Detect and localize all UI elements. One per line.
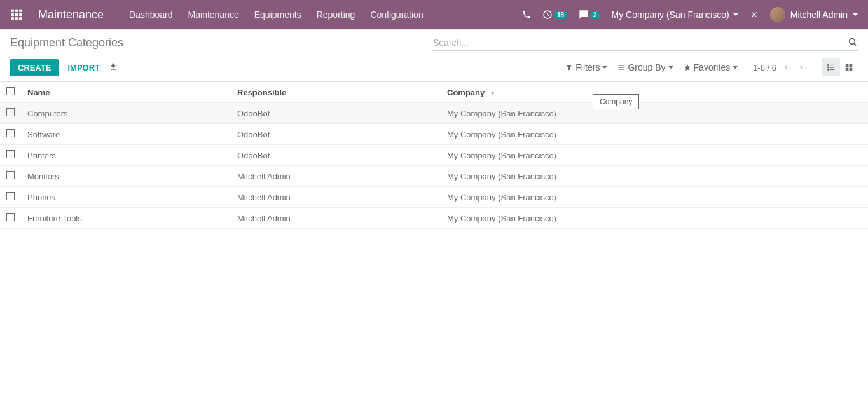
avatar	[770, 7, 785, 22]
nav-menu: Dashboard Maintenance Equipments Reporti…	[129, 10, 424, 20]
svg-rect-3	[11, 13, 14, 16]
svg-rect-2	[19, 10, 22, 12]
svg-rect-6	[11, 17, 14, 20]
list-view-button[interactable]	[822, 58, 840, 76]
row-checkbox[interactable]	[6, 192, 15, 200]
cell-responsible: OdooBot	[231, 103, 441, 124]
activity-badge: 18	[554, 11, 567, 19]
row-checkbox[interactable]	[6, 171, 15, 179]
nav-right: 18 2 My Company (San Francisco) Mitchell…	[522, 7, 858, 22]
cell-name: Software	[21, 124, 231, 145]
svg-rect-5	[19, 13, 22, 16]
discuss-icon[interactable]: 2	[579, 10, 600, 20]
cell-responsible: OdooBot	[231, 124, 441, 145]
nav-item-configuration[interactable]: Configuration	[370, 10, 423, 20]
table-header-row: Name Responsible Company ▼	[0, 82, 868, 103]
svg-rect-0	[11, 10, 14, 12]
caret-down-icon	[853, 13, 858, 16]
pager-prev[interactable]	[780, 60, 792, 75]
caret-down-icon	[668, 66, 673, 69]
cell-responsible: Mitchell Admin	[231, 166, 441, 187]
phone-icon[interactable]	[522, 10, 531, 19]
row-checkbox[interactable]	[6, 129, 15, 137]
svg-rect-1	[15, 10, 18, 12]
search-icon[interactable]	[848, 37, 858, 49]
svg-rect-21	[846, 64, 849, 67]
svg-point-20	[827, 69, 829, 71]
svg-rect-22	[850, 64, 853, 67]
column-header-responsible[interactable]: Responsible	[231, 82, 441, 103]
column-tooltip: Company	[593, 94, 639, 109]
caret-down-icon	[733, 66, 738, 69]
favorites-label: Favorites	[694, 62, 731, 72]
table-row[interactable]: Furniture ToolsMitchell AdminMy Company …	[0, 208, 868, 229]
import-button[interactable]: IMPORT	[67, 63, 100, 72]
cell-responsible: OdooBot	[231, 145, 441, 166]
nav-item-maintenance[interactable]: Maintenance	[188, 10, 239, 20]
download-icon[interactable]	[109, 62, 118, 73]
user-menu[interactable]: Mitchell Admin	[770, 7, 858, 22]
nav-item-dashboard[interactable]: Dashboard	[129, 10, 173, 20]
user-name: Mitchell Admin	[790, 10, 848, 20]
kanban-view-button[interactable]	[840, 58, 858, 76]
cell-company: My Company (San Francisco)	[441, 103, 868, 124]
favorites-button[interactable]: Favorites	[684, 62, 738, 72]
pager-value[interactable]: 1-6 / 6	[753, 63, 776, 72]
cell-responsible: Mitchell Admin	[231, 208, 441, 229]
svg-point-10	[850, 38, 855, 44]
cell-company: My Company (San Francisco)	[441, 124, 868, 145]
filters-button[interactable]: Filters	[565, 62, 607, 72]
svg-point-18	[827, 65, 829, 66]
cell-company: My Company (San Francisco)	[441, 145, 868, 166]
row-checkbox[interactable]	[6, 213, 15, 221]
debug-icon[interactable]	[750, 10, 759, 19]
cell-responsible: Mitchell Admin	[231, 187, 441, 208]
cell-company: My Company (San Francisco)	[441, 208, 868, 229]
control-panel: Equipment Categories CREATE IMPORT Filte…	[0, 30, 868, 81]
row-checkbox[interactable]	[6, 150, 15, 158]
breadcrumb: Equipment Categories	[10, 36, 123, 50]
create-button[interactable]: CREATE	[10, 59, 59, 76]
sort-caret-icon: ▼	[490, 90, 496, 97]
company-name: My Company (San Francisco)	[612, 10, 729, 20]
svg-rect-23	[846, 68, 849, 71]
column-header-company[interactable]: Company ▼	[441, 82, 868, 103]
search-input[interactable]	[432, 35, 848, 50]
svg-rect-24	[850, 68, 853, 71]
svg-point-19	[827, 67, 829, 68]
column-header-name[interactable]: Name	[21, 82, 231, 103]
nav-item-equipments[interactable]: Equipments	[254, 10, 301, 20]
navbar: Maintenance Dashboard Maintenance Equipm…	[0, 0, 868, 29]
cell-company: My Company (San Francisco)	[441, 187, 868, 208]
cell-name: Phones	[21, 187, 231, 208]
table-row[interactable]: ComputersOdooBotMy Company (San Francisc…	[0, 103, 868, 124]
pager-next[interactable]	[796, 60, 807, 75]
search-options: Filters Group By Favorites	[565, 62, 738, 72]
cell-name: Printers	[21, 145, 231, 166]
group-by-button[interactable]: Group By	[617, 62, 673, 72]
list-view: Name Responsible Company ▼ ComputersOdoo…	[0, 81, 868, 229]
cell-company: My Company (San Francisco)	[441, 166, 868, 187]
nav-item-reporting[interactable]: Reporting	[317, 10, 355, 20]
table-row[interactable]: MonitorsMitchell AdminMy Company (San Fr…	[0, 166, 868, 187]
company-switcher[interactable]: My Company (San Francisco)	[612, 10, 738, 20]
table-row[interactable]: PrintersOdooBotMy Company (San Francisco…	[0, 145, 868, 166]
table-row[interactable]: PhonesMitchell AdminMy Company (San Fran…	[0, 187, 868, 208]
cell-name: Computers	[21, 103, 231, 124]
row-checkbox[interactable]	[6, 108, 15, 116]
discuss-badge: 2	[590, 11, 600, 19]
apps-icon[interactable]	[10, 8, 23, 21]
svg-rect-8	[19, 17, 22, 20]
table-row[interactable]: SoftwareOdooBotMy Company (San Francisco…	[0, 124, 868, 145]
filters-label: Filters	[575, 62, 600, 72]
app-title[interactable]: Maintenance	[38, 8, 104, 22]
pager: 1-6 / 6	[753, 60, 807, 75]
svg-rect-7	[15, 17, 18, 20]
activity-icon[interactable]: 18	[542, 10, 567, 20]
group-by-label: Group By	[628, 62, 665, 72]
cell-name: Monitors	[21, 166, 231, 187]
view-switcher	[822, 58, 858, 76]
caret-down-icon	[602, 66, 607, 69]
select-all-checkbox[interactable]	[6, 87, 15, 95]
svg-rect-4	[15, 13, 18, 16]
